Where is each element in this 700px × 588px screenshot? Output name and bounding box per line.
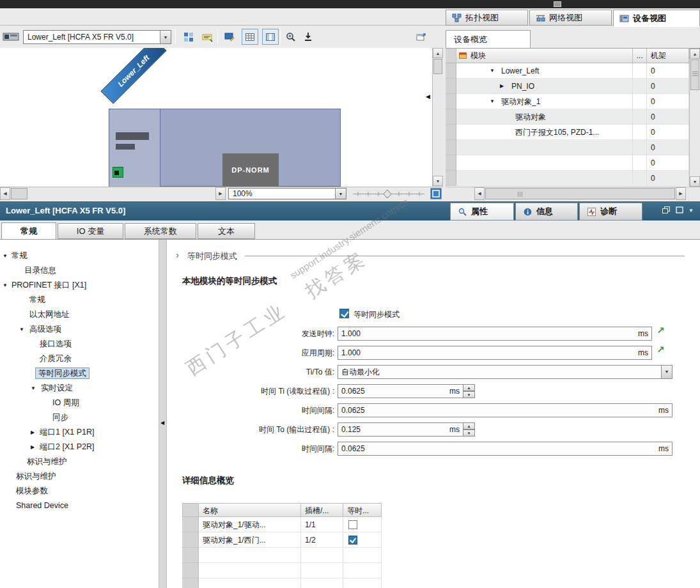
- table-row[interactable]: 0: [446, 171, 689, 186]
- nav-item-interface-options[interactable]: 接口选项: [0, 337, 159, 352]
- tab-properties[interactable]: 属性: [450, 203, 514, 220]
- table-row[interactable]: 0: [446, 155, 689, 171]
- vscroll-thumb[interactable]: [433, 59, 442, 74]
- collapse-panel-icon[interactable]: ▼: [688, 208, 694, 213]
- nav-item-port2[interactable]: ▶端口2 [X1 P2R]: [0, 440, 159, 454]
- hscroll-thumb[interactable]: [11, 188, 27, 199]
- canvas-vscrollbar[interactable]: ▲ ▼: [432, 48, 443, 187]
- tab-device-overview[interactable]: 设备概览: [446, 30, 531, 48]
- scroll-left-icon[interactable]: ◀: [474, 187, 485, 200]
- collapse-nav-handle[interactable]: ◀: [160, 420, 164, 426]
- nav-item-catalog-info[interactable]: 目录信息: [0, 263, 159, 278]
- nav-item-advanced-options[interactable]: ▼高级选项: [0, 322, 159, 337]
- device-canvas[interactable]: Lower_Left DP-NORM: [0, 48, 432, 187]
- time-to-input[interactable]: 0.125 ms: [338, 422, 463, 437]
- detail-col-isochronous[interactable]: 等时...: [343, 503, 382, 517]
- nav-item-module-parameters[interactable]: 模块参数: [0, 484, 159, 499]
- tito-mode-select[interactable]: 自动最小化 ▼: [338, 365, 673, 379]
- tab-info[interactable]: 信息: [515, 203, 578, 220]
- spin-down-icon[interactable]: ▼: [463, 391, 475, 398]
- table-row[interactable]: 0: [446, 140, 689, 155]
- table-row[interactable]: ▶PN_IO 0: [446, 79, 689, 94]
- nav-item-isochronous-mode[interactable]: 等时同步模式: [0, 366, 159, 381]
- show-labels-button[interactable]: [199, 29, 216, 45]
- to-interval-input[interactable]: 0.0625 ms: [338, 442, 673, 456]
- ti-interval-input[interactable]: 0.0625 ms: [338, 403, 673, 417]
- port-interconnect-button[interactable]: [180, 29, 197, 45]
- table-row[interactable]: 西门子报文105, PZD-1... 0: [446, 125, 689, 140]
- head-module[interactable]: [109, 109, 160, 187]
- maximize-panel-icon[interactable]: [676, 206, 683, 213]
- expander-down-icon[interactable]: ▼: [31, 381, 36, 396]
- spin-up-icon[interactable]: ▲: [463, 384, 475, 391]
- spin-down-icon[interactable]: ▼: [463, 429, 475, 437]
- overview-col-dots[interactable]: ...: [633, 49, 647, 63]
- nav-item-ident-maintenance-2[interactable]: 标识与维护: [0, 469, 159, 484]
- tab-diagnostics[interactable]: 诊断: [579, 203, 642, 220]
- grid-view-button[interactable]: [242, 29, 258, 45]
- nav-item-realtime-settings[interactable]: ▼实时设定: [0, 381, 159, 396]
- nav-item-media-redundancy[interactable]: 介质冗余: [0, 352, 159, 366]
- nav-item-ethernet-addresses[interactable]: 以太网地址: [0, 307, 159, 322]
- edit-device-button[interactable]: [221, 29, 238, 45]
- scroll-up-icon[interactable]: ▲: [690, 49, 700, 59]
- collapse-pane-handle[interactable]: ◀: [426, 93, 430, 100]
- link-arrow-icon[interactable]: ↗: [657, 344, 665, 355]
- tab-io-tags[interactable]: IO 变量: [58, 223, 123, 239]
- tab-general[interactable]: 常规: [1, 222, 56, 240]
- columns-view-button[interactable]: [262, 29, 279, 45]
- zoom-search-button[interactable]: [283, 29, 300, 45]
- spin-up-icon[interactable]: ▲: [463, 422, 475, 429]
- expander-right-icon[interactable]: ▶: [31, 440, 35, 454]
- expander-down-icon[interactable]: ▼: [3, 249, 8, 263]
- expander-right-icon[interactable]: ▶: [500, 79, 504, 94]
- overview-col-module[interactable]: 模块: [456, 49, 633, 63]
- expander-down-icon[interactable]: ▼: [3, 278, 8, 293]
- table-row[interactable]: ▼Lower_Left 0: [446, 63, 689, 79]
- isochronous-mode-checkbox[interactable]: [339, 309, 349, 318]
- chevron-down-icon[interactable]: ▼: [160, 31, 171, 43]
- overview-vscrollbar[interactable]: ▲ ▼: [689, 49, 700, 187]
- scroll-right-icon[interactable]: ▶: [215, 187, 226, 200]
- expander-down-icon[interactable]: ▼: [490, 63, 495, 79]
- link-arrow-icon[interactable]: ↗: [657, 325, 665, 336]
- nav-item-general-2[interactable]: 常规: [0, 293, 159, 307]
- table-row[interactable]: 驱动对象 0: [446, 109, 689, 125]
- nav-item-port1[interactable]: ▶端口1 [X1 P1R]: [0, 425, 159, 440]
- cascade-windows-icon[interactable]: [662, 206, 670, 213]
- import-button[interactable]: [300, 29, 316, 45]
- nav-item-general[interactable]: ▼常规: [0, 249, 159, 263]
- detail-col-slot[interactable]: 插槽/...: [301, 503, 343, 517]
- window-small-icon[interactable]: [554, 1, 561, 7]
- tab-texts[interactable]: 文本: [198, 223, 255, 239]
- scroll-down-icon[interactable]: ▼: [433, 176, 443, 186]
- vscroll-thumb[interactable]: [690, 59, 699, 90]
- nav-item-shared-device[interactable]: Shared Device: [0, 499, 159, 513]
- chevron-down-icon[interactable]: ▼: [335, 189, 346, 199]
- scroll-up-icon[interactable]: ▲: [433, 48, 443, 58]
- isochronous-row-checkbox[interactable]: [348, 520, 357, 529]
- scroll-right-icon[interactable]: ▶: [676, 187, 686, 200]
- tab-device-view[interactable]: 设备视图: [613, 10, 700, 27]
- zoom-select[interactable]: 100% ▼: [228, 188, 346, 199]
- scroll-left-icon[interactable]: ◀: [0, 187, 10, 200]
- nav-item-sync[interactable]: 同步: [0, 410, 159, 425]
- isochronous-row-checkbox[interactable]: [348, 536, 357, 545]
- overview-col-rack[interactable]: 机架: [647, 49, 689, 63]
- pane-splitter[interactable]: ◀: [159, 240, 167, 588]
- nav-item-io-cycle[interactable]: IO 周期: [0, 396, 159, 410]
- hscroll-thumb[interactable]: [485, 188, 675, 199]
- device-selector[interactable]: Lower_Left [HCFA X5 FR V5.0] ▼: [23, 30, 171, 44]
- expander-down-icon[interactable]: ▼: [19, 322, 24, 337]
- nav-item-ident-maintenance[interactable]: 标识与维护: [0, 454, 159, 469]
- time-ti-stepper[interactable]: ▲ ▼: [463, 384, 475, 398]
- zoom-slider[interactable]: [353, 187, 424, 201]
- tab-topology-view[interactable]: 拓扑视图: [446, 10, 528, 26]
- float-panel-icon[interactable]: [413, 29, 430, 45]
- expander-right-icon[interactable]: ▶: [31, 425, 35, 440]
- tab-system-constants[interactable]: 系统常数: [125, 223, 196, 239]
- detail-col-name[interactable]: 名称: [199, 503, 301, 517]
- time-ti-input[interactable]: 0.0625 ms: [338, 384, 463, 398]
- tab-network-view[interactable]: 网络视图: [529, 10, 612, 26]
- application-cycle-input[interactable]: 1.000 ms: [338, 346, 652, 360]
